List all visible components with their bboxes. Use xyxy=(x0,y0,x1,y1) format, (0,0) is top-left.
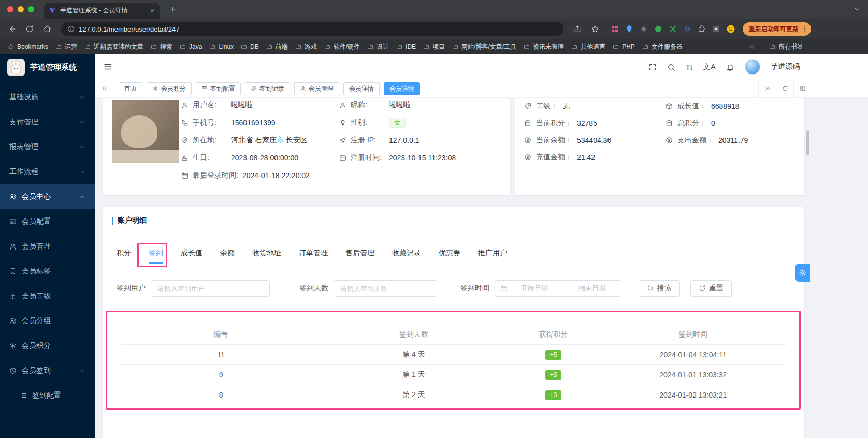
theme-settings-button[interactable] xyxy=(795,264,810,282)
fullscreen-button[interactable] xyxy=(648,62,657,71)
tab-orders[interactable]: 订单管理 xyxy=(299,243,328,264)
tab-promotion[interactable]: 推广用户 xyxy=(478,243,507,264)
user-avatar[interactable] xyxy=(745,59,760,75)
search-button[interactable]: 搜索 xyxy=(639,280,680,297)
extension-icon[interactable] xyxy=(668,24,677,34)
sidebar-item-member-config[interactable]: 会员配置 xyxy=(0,209,95,234)
fullscreen-window-button[interactable] xyxy=(28,6,34,12)
table-row[interactable]: 8 第 2 天 +3 2024-01-02 13:03:21 xyxy=(121,385,786,405)
scroll-tags-left-button[interactable] xyxy=(96,80,113,97)
new-tab-button[interactable]: + xyxy=(167,3,179,16)
table-row[interactable]: 11 第 4 天 +5 2024-01-04 13:04:11 xyxy=(121,345,786,365)
sidebar-item-report[interactable]: 报表管理 xyxy=(0,135,95,159)
tag-signin-config[interactable]: 签到配置 xyxy=(196,82,241,95)
tab-points[interactable]: 积分 xyxy=(117,243,131,264)
bookmark-folder[interactable]: 软件/硬件 xyxy=(321,41,364,53)
tab-aftersale[interactable]: 售后管理 xyxy=(345,243,374,264)
bookmark-folder[interactable]: 项目 xyxy=(419,41,449,53)
bookmark-folder[interactable]: PHP xyxy=(609,41,639,52)
sidebar-item-member-center[interactable]: 会员中心 xyxy=(0,184,95,209)
profile-avatar-emoji[interactable] xyxy=(726,24,735,34)
bookmarks-root[interactable]: Bookmarks xyxy=(4,41,52,52)
bookmark-folder[interactable]: 其他语言 xyxy=(568,41,609,53)
sidebar-item-infrastructure[interactable]: 基础设施 xyxy=(0,85,95,110)
app-logo[interactable]: 芋道管理系统 xyxy=(0,54,95,81)
update-chrome-button[interactable]: 重新启动即可更新 xyxy=(743,22,811,36)
extension-icon[interactable] xyxy=(610,24,619,34)
font-size-button[interactable]: Tt xyxy=(686,63,692,71)
all-bookmarks-folder[interactable]: 所有书签 xyxy=(765,41,807,53)
minimize-window-button[interactable] xyxy=(18,6,24,12)
tab-favorites[interactable]: 收藏记录 xyxy=(392,243,421,264)
sidebar-item-signin-config[interactable]: 签到配置 xyxy=(0,383,95,408)
extension-icon[interactable] xyxy=(683,24,692,34)
sidebar-item-member-tag[interactable]: 会员标签 xyxy=(0,259,95,284)
tag-member-detail-active[interactable]: 会员详情 xyxy=(384,82,420,95)
user-name[interactable]: 芋道源码 xyxy=(771,62,800,71)
kebab-menu-icon[interactable] xyxy=(801,25,808,33)
home-button[interactable] xyxy=(39,21,55,37)
notification-bell-button[interactable] xyxy=(726,62,734,71)
bookmark-star-button[interactable] xyxy=(587,21,603,37)
sidebar-item-member-points[interactable]: 会员积分 xyxy=(0,333,95,358)
tab-balance[interactable]: 余额 xyxy=(220,243,235,264)
extension-icon[interactable] xyxy=(712,24,721,34)
extension-icon[interactable] xyxy=(625,24,634,34)
scroll-tags-right-button[interactable] xyxy=(758,80,776,97)
reload-button[interactable] xyxy=(22,21,37,37)
search-button[interactable] xyxy=(667,62,675,71)
tag-member-detail[interactable]: 会员详情 xyxy=(343,82,380,95)
bookmark-folder[interactable]: DB xyxy=(237,41,263,52)
signin-days-input[interactable] xyxy=(334,280,437,297)
sidebar-item-member-group[interactable]: 会员分组 xyxy=(0,309,95,333)
close-window-button[interactable] xyxy=(7,6,13,12)
calendar-icon xyxy=(181,172,189,179)
extension-icon[interactable] xyxy=(654,24,663,34)
address-bar[interactable]: 127.0.0.1/member/user/detail/247 xyxy=(61,22,563,36)
sidebar-item-member-signin[interactable]: 会员签到 xyxy=(0,358,95,383)
side-panel-chevron-icon[interactable] xyxy=(853,6,861,13)
sidebar-item-payment[interactable]: 支付管理 xyxy=(0,110,95,135)
signin-user-input[interactable] xyxy=(151,280,270,297)
tag-home[interactable]: 首页 xyxy=(119,82,142,95)
sidebar-item-member-level[interactable]: 会员等级 xyxy=(0,284,95,309)
extensions-puzzle-icon[interactable] xyxy=(697,24,706,34)
page-scrollbar-thumb[interactable] xyxy=(806,130,809,155)
tag-member-manage[interactable]: 会员管理 xyxy=(294,82,339,95)
bookmark-folder[interactable]: 运营 xyxy=(52,41,81,53)
sidebar-item-member-manage[interactable]: 会员管理 xyxy=(0,234,95,259)
bookmark-folder[interactable]: 设计 xyxy=(364,41,393,53)
site-info-icon[interactable] xyxy=(67,25,75,33)
tab-close-icon[interactable]: × xyxy=(150,7,154,14)
bookmark-folder[interactable]: 资讯未整理 xyxy=(520,41,568,53)
bookmark-folder[interactable]: 网站/博客/文章/工具 xyxy=(449,41,520,53)
bookmark-folder[interactable]: 近期需要读的文章 xyxy=(81,41,147,53)
bookmark-folder[interactable]: Linux xyxy=(206,41,237,52)
extension-icon[interactable] xyxy=(639,24,648,34)
tab-address[interactable]: 收货地址 xyxy=(252,243,281,264)
share-button[interactable] xyxy=(570,21,585,37)
layout-toggle-button[interactable] xyxy=(793,80,811,97)
bookmark-folder[interactable]: 前端 xyxy=(263,41,292,53)
tag-signin-record[interactable]: 签到记录 xyxy=(245,82,290,95)
gender-icon xyxy=(339,119,346,126)
bookmarks-overflow-chevron[interactable] xyxy=(745,42,759,51)
refresh-view-button[interactable] xyxy=(776,80,793,97)
tab-coupons[interactable]: 优惠券 xyxy=(439,243,460,264)
sidebar-item-workflow[interactable]: 工作流程 xyxy=(0,159,95,184)
bookmark-folder[interactable]: 游戏 xyxy=(292,41,321,53)
reset-button[interactable]: 重置 xyxy=(690,280,732,297)
collapse-sidebar-button[interactable] xyxy=(103,62,112,72)
language-button[interactable]: 文A xyxy=(703,62,716,72)
tab-growth[interactable]: 成长值 xyxy=(181,243,202,264)
signin-time-range-picker[interactable]: 开始日期 – 结束日期 xyxy=(495,280,621,297)
bookmark-folder[interactable]: IDE xyxy=(393,41,419,52)
tag-member-points[interactable]: 会员积分 xyxy=(147,82,192,95)
bookmark-folder[interactable]: 文件服务器 xyxy=(639,41,686,53)
browser-tab[interactable]: 芋道管理系统 - 会员详情 × xyxy=(44,3,160,19)
back-button[interactable] xyxy=(4,21,20,37)
tab-signin[interactable]: 签到 xyxy=(149,243,163,264)
table-row[interactable]: 9 第 1 天 +3 2024-01-01 13:03:32 xyxy=(121,365,786,385)
bookmark-folder[interactable]: 搜索 xyxy=(147,41,176,53)
bookmark-folder[interactable]: Java xyxy=(176,41,206,52)
